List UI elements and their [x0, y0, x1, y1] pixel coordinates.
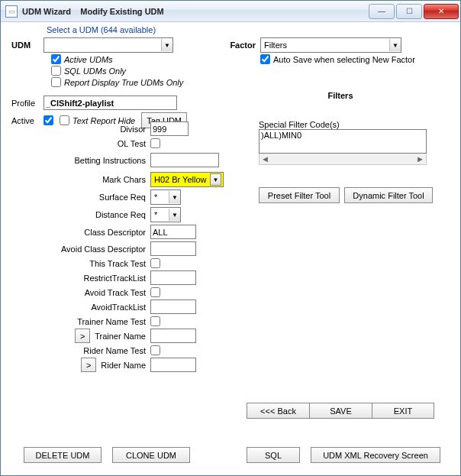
exit-button[interactable]: EXIT	[372, 403, 434, 419]
dynamic-filter-button[interactable]: Dynamic Filter Tool	[344, 187, 433, 203]
profile-label: Profile	[11, 99, 44, 108]
chevron-down-icon: ▼	[389, 39, 401, 51]
distance-req-label: Distance Req	[5, 210, 150, 219]
back-button[interactable]: <<< Back	[247, 403, 309, 419]
factor-label: Factor	[222, 40, 260, 50]
active-udms-checkbox[interactable]: Active UDMs	[51, 54, 183, 64]
rider-name-label: Rider Name	[101, 361, 146, 370]
factor-select[interactable]: Filters ▼	[260, 37, 401, 53]
trainer-name-label: Trainer Name	[95, 332, 146, 341]
window-title: UDM Wizard Modify Existing UDM	[22, 7, 164, 16]
chevron-down-icon: ▼	[161, 39, 172, 51]
minimize-button[interactable]: —	[369, 4, 395, 19]
udm-xml-recovery-button[interactable]: UDM XML Recovery Screen	[311, 447, 440, 463]
trainer-expand-button[interactable]: >	[75, 329, 90, 343]
scroll-left-icon[interactable]: ◄	[261, 154, 269, 164]
betting-input[interactable]	[150, 153, 219, 167]
filters-title: Filters	[291, 91, 390, 100]
restrict-tracklist-label: RestrictTrackList	[5, 274, 150, 283]
surface-req-select[interactable]: * ▼	[150, 189, 181, 205]
avoid-track-test-label: Avoid Track Test	[5, 288, 150, 297]
avoid-track-test-checkbox[interactable]	[150, 287, 160, 297]
special-filter-list[interactable]: )ALL)MIN0	[259, 129, 427, 154]
form-fields: Divisor OL Test Betting Instructions Mar…	[5, 121, 242, 374]
window-controls: — ☐ ✕	[369, 4, 459, 19]
class-descriptor-label: Class Descriptor	[5, 228, 150, 237]
sql-udms-only-checkbox[interactable]: SQL UDMs Only	[51, 66, 183, 76]
avoid-tracklist-label: AvoidTrackList	[5, 303, 150, 312]
close-button[interactable]: ✕	[424, 4, 459, 19]
autosave-checkbox[interactable]: Auto Save when selecting New Factor	[260, 54, 415, 64]
rider-name-input[interactable]	[150, 358, 196, 372]
save-button[interactable]: SAVE	[309, 403, 372, 419]
surface-req-label: Surface Req	[5, 193, 150, 202]
chevron-down-icon: ▼	[169, 209, 180, 221]
special-filter-scrollbar[interactable]: ◄ ►	[259, 154, 427, 165]
trainer-test-checkbox[interactable]	[150, 316, 160, 326]
divisor-label: Divisor	[5, 125, 150, 134]
sql-button[interactable]: SQL	[247, 447, 300, 463]
this-track-test-label: This Track Test	[5, 259, 150, 268]
mark-chars-select[interactable]: H02 Br Yellow ▼	[150, 172, 224, 187]
rider-expand-button[interactable]: >	[81, 358, 96, 372]
avoid-class-input[interactable]	[150, 241, 196, 256]
special-filter-label: Special Filter Code(s)	[259, 120, 427, 129]
preset-filter-button[interactable]: Preset Filter Tool	[259, 187, 340, 203]
profile-input[interactable]	[44, 96, 177, 110]
select-udm-link[interactable]: Select a UDM (644 available)	[47, 25, 156, 34]
avoid-class-label: Avoid Class Descriptor	[5, 244, 150, 254]
ol-test-checkbox[interactable]	[150, 138, 160, 148]
betting-label: Betting Instructions	[5, 156, 150, 165]
scroll-right-icon[interactable]: ►	[416, 154, 424, 164]
maximize-button[interactable]: ☐	[396, 4, 422, 19]
udm-label: UDM	[11, 40, 44, 50]
avoid-tracklist-input[interactable]	[150, 300, 196, 314]
trainer-name-input[interactable]	[150, 329, 196, 343]
trainer-test-label: Trainer Name Test	[5, 317, 150, 326]
ol-test-label: OL Test	[5, 139, 150, 148]
app-icon: ▭	[5, 5, 18, 18]
app-window: ▭ UDM Wizard Modify Existing UDM — ☐ ✕ S…	[0, 0, 461, 476]
client-area: Select a UDM (644 available) UDM ▼ Facto…	[1, 22, 460, 475]
chevron-down-icon: ▼	[210, 173, 221, 186]
divisor-input[interactable]	[150, 121, 189, 136]
udm-select[interactable]: ▼	[44, 37, 173, 53]
delete-udm-button[interactable]: DELETE UDM	[24, 447, 102, 463]
restrict-tracklist-input[interactable]	[150, 270, 196, 285]
rider-test-checkbox[interactable]	[150, 345, 160, 355]
class-descriptor-input[interactable]	[150, 225, 196, 239]
rider-test-label: Rider Name Test	[5, 346, 150, 355]
this-track-test-checkbox[interactable]	[150, 258, 160, 268]
distance-req-select[interactable]: * ▼	[150, 207, 181, 222]
clone-udm-button[interactable]: CLONE UDM	[112, 447, 190, 463]
chevron-down-icon: ▼	[169, 191, 180, 203]
titlebar: ▭ UDM Wizard Modify Existing UDM — ☐ ✕	[1, 1, 460, 22]
report-display-checkbox[interactable]: Report Display True UDMs Only	[51, 77, 183, 87]
mark-chars-label: Mark Chars	[5, 175, 150, 184]
